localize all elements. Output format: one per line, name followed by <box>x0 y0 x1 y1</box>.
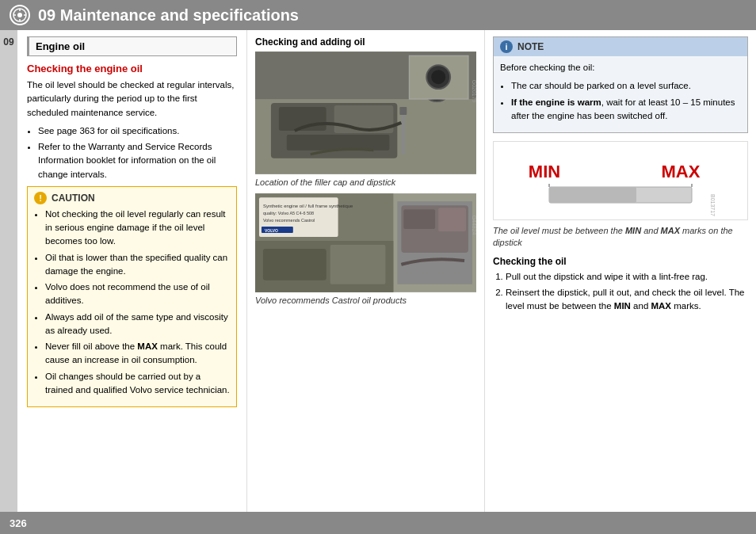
svg-rect-31 <box>330 245 386 284</box>
svg-text:VOLVO: VOLVO <box>265 228 278 233</box>
page-footer: 326 <box>0 512 756 534</box>
svg-text:quality: Volvo A5 C4-6 508: quality: Volvo A5 C4-6 508 <box>263 211 314 216</box>
chapter-side-tab: 09 <box>0 30 17 512</box>
page-number: 326 <box>10 517 27 529</box>
note-bullets: The car should be parked on a level surf… <box>500 79 741 123</box>
middle-column: Checking and adding oil <box>247 30 485 512</box>
svg-rect-11 <box>287 135 390 151</box>
svg-rect-34 <box>403 209 435 229</box>
page-wrapper: 09 Engine oil Checking the engine oil Th… <box>0 30 756 512</box>
note-box: i NOTE Before checking the oil: The car … <box>493 36 748 133</box>
caution-box: ! CAUTION Not checking the oil level reg… <box>27 186 237 407</box>
engine-bot-image: Synthetic engine oil / full frame synthe… <box>255 193 476 292</box>
list-item: If the engine is warm, wait for at least… <box>511 96 741 124</box>
svg-text:G020179: G020179 <box>472 80 476 103</box>
caution-bullets: Not checking the oil level regularly can… <box>34 208 230 397</box>
intro-bullets: See page 363 for oil specifications. Ref… <box>27 124 237 181</box>
note-header: i NOTE <box>494 37 747 56</box>
caution-label: CAUTION <box>52 193 95 204</box>
list-item: The car should be parked on a level surf… <box>511 79 741 93</box>
bot-image-caption: Volvo recommends Castrol oil products <box>255 296 476 305</box>
svg-rect-15 <box>401 111 405 154</box>
list-item: Reinsert the dipstick, pull it out, and … <box>506 286 748 314</box>
mid-heading: Checking and adding oil <box>255 36 476 48</box>
page-header: 09 Maintenance and specifications <box>0 0 756 30</box>
main-content: Engine oil Checking the engine oil The o… <box>17 30 756 512</box>
list-item: Refer to the Warranty and Service Record… <box>38 140 237 181</box>
svg-rect-30 <box>263 249 326 280</box>
list-item: Pull out the dipstick and wipe it with a… <box>506 270 748 284</box>
check-oil-heading: Checking the oil <box>493 256 748 267</box>
svg-rect-39 <box>549 187 636 203</box>
note-label: NOTE <box>517 41 544 52</box>
note-icon: i <box>500 40 513 53</box>
list-item: Volvo does not recommend the use of oil … <box>45 280 230 308</box>
svg-rect-35 <box>438 208 466 231</box>
svg-point-19 <box>431 70 445 84</box>
engine-top-image: G020179 <box>255 51 476 174</box>
right-column: i NOTE Before checking the oil: The car … <box>485 30 756 512</box>
svg-text:Volvo recommends Castrol: Volvo recommends Castrol <box>263 218 315 223</box>
note-intro: Before checking the oil: <box>500 61 741 74</box>
svg-text:MIN: MIN <box>529 162 560 181</box>
caution-icon: ! <box>34 192 47 204</box>
top-image-caption: Location of the filler cap and dipstick <box>255 177 476 187</box>
header-title: 09 Maintenance and specifications <box>38 6 299 25</box>
svg-text:Synthetic engine oil / full fr: Synthetic engine oil / full frame synthe… <box>263 204 353 208</box>
list-item: Oil that is lower than the specified qua… <box>45 251 230 279</box>
check-oil-steps: Pull out the dipstick and wipe it with a… <box>493 270 748 314</box>
svg-point-1 <box>17 13 22 17</box>
intro-text: The oil level should be checked at regul… <box>27 78 237 120</box>
left-column: Engine oil Checking the engine oil The o… <box>17 30 247 512</box>
caution-header: ! CAUTION <box>34 192 230 204</box>
chapter-icon <box>10 5 30 25</box>
list-item: See page 363 for oil specifications. <box>38 124 237 138</box>
svg-text:B013717: B013717 <box>710 194 716 216</box>
oil-gauge-image: MIN MAX B013717 <box>493 141 748 220</box>
check-engine-oil-heading: Checking the engine oil <box>27 63 237 74</box>
svg-text:MAX: MAX <box>662 162 701 181</box>
list-item: Oil changes should be carried out by a t… <box>45 370 230 398</box>
list-item: Not checking the oil level regularly can… <box>45 208 230 249</box>
svg-text:G44824: G44824 <box>472 216 476 235</box>
list-item: Always add oil of the same type and visc… <box>45 311 230 338</box>
gauge-caption: The oil level must be between the MIN an… <box>493 225 748 250</box>
svg-rect-16 <box>399 107 407 115</box>
section-title: Engine oil <box>27 36 237 56</box>
list-item: Never fill oil above the MAX mark. This … <box>45 340 230 368</box>
